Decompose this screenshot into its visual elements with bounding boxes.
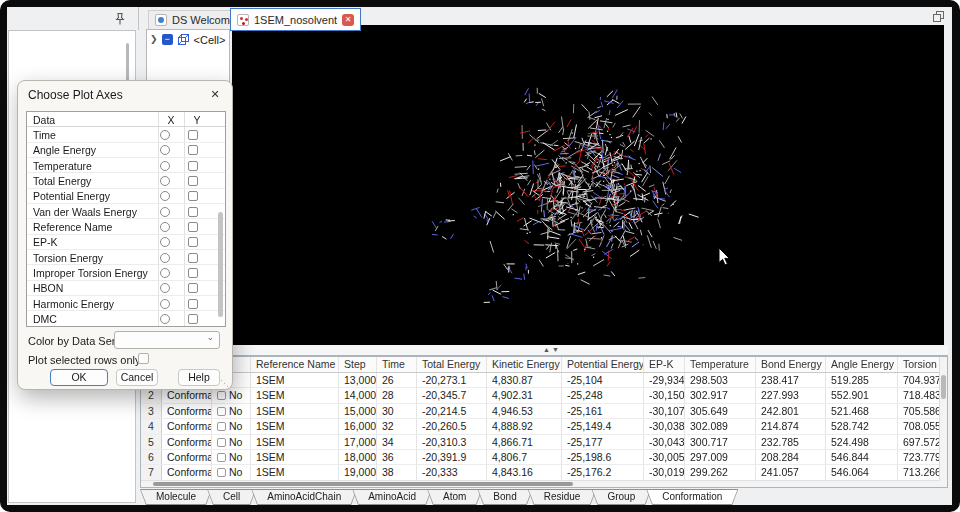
plot-selected-checkbox[interactable]: [138, 353, 149, 364]
plot-axes-row[interactable]: Time: [27, 127, 225, 142]
molecule-3d-viewport[interactable]: [232, 25, 944, 345]
flag-checkbox[interactable]: [217, 453, 226, 462]
table-cell: 4,806.7: [487, 450, 562, 464]
x-axis-radio[interactable]: [160, 161, 170, 171]
table-cell: -20,310.3: [417, 435, 487, 449]
flag-checkbox[interactable]: [217, 391, 226, 400]
sheet-tab-conformation[interactable]: Conformation: [646, 489, 738, 505]
choose-plot-axes-dialog: Choose Plot Axes ✕ Data X Y TimeAngle En…: [17, 80, 233, 390]
tab-1sem-nosolvent[interactable]: 1SEM_nosolvent ✕: [230, 8, 361, 31]
flag-checkbox[interactable]: [217, 422, 226, 431]
table-cell: 546.064: [826, 465, 898, 479]
sheet-tab-atom[interactable]: Atom: [427, 489, 482, 505]
y-axis-checkbox[interactable]: [188, 299, 198, 309]
y-axis-checkbox[interactable]: [188, 191, 198, 201]
table-header-cell: Potential Energy: [562, 357, 644, 372]
y-axis-checkbox[interactable]: [188, 268, 198, 278]
viewport-table-splitter[interactable]: ▲▼: [140, 345, 948, 356]
plot-axes-row[interactable]: Temperature: [27, 158, 225, 173]
dialog-resize-grip[interactable]: ⋱: [220, 378, 229, 388]
table-vscrollbar[interactable]: [939, 357, 947, 487]
dialog-close-icon[interactable]: ✕: [208, 87, 222, 101]
splitter-arrows-icon[interactable]: ▲▼: [543, 346, 561, 353]
tree-item-cell[interactable]: ❯ − <Cell>: [147, 30, 229, 46]
x-axis-radio[interactable]: [160, 145, 170, 155]
float-window-icon[interactable]: [932, 10, 945, 23]
x-axis-radio[interactable]: [160, 207, 170, 217]
table-hscrollbar[interactable]: [141, 480, 940, 487]
flag-checkbox[interactable]: [217, 438, 226, 447]
table-row[interactable]: 1SEM13,00026-20,273.14,830.87-25,104-29,…: [141, 373, 940, 388]
y-axis-checkbox[interactable]: [188, 237, 198, 247]
plot-axes-row[interactable]: Torsion Energy: [27, 250, 225, 265]
x-axis-radio[interactable]: [160, 268, 170, 278]
x-axis-radio[interactable]: [160, 237, 170, 247]
y-axis-checkbox[interactable]: [188, 207, 198, 217]
table-cell: 302.089: [685, 419, 756, 433]
table-vscroll-thumb[interactable]: [941, 375, 946, 399]
plot-selected-label: Plot selected rows only: [28, 354, 141, 366]
plot-axes-row[interactable]: Angle Energy: [27, 143, 225, 158]
y-axis-checkbox[interactable]: [188, 253, 198, 263]
plot-axes-row[interactable]: Harmonic Energy: [27, 296, 225, 311]
plot-axes-row[interactable]: DMC: [27, 311, 225, 326]
table-row[interactable]: 5Conforma...No1SEM17,00034-20,310.34,866…: [141, 435, 940, 450]
table-row[interactable]: 2Conforma...No1SEM14,00028-20,345.74,902…: [141, 388, 940, 403]
sheet-tab-residue[interactable]: Residue: [528, 489, 597, 505]
x-axis-radio[interactable]: [160, 299, 170, 309]
sheet-tab-molecule[interactable]: Molecule: [140, 489, 212, 505]
x-axis-radio[interactable]: [160, 176, 170, 186]
color-by-dropdown[interactable]: ⌄: [114, 331, 220, 349]
table-hscroll-thumb[interactable]: [153, 482, 573, 486]
flag-checkbox[interactable]: [217, 468, 226, 477]
plot-axes-row[interactable]: Van der Waals Energy: [27, 204, 225, 219]
axis-row-label: EP-K: [33, 236, 58, 248]
list-scrollbar-thumb[interactable]: [218, 212, 223, 317]
table-row[interactable]: 7Conforma...No1SEM19,00038-20,3334,843.1…: [141, 465, 940, 480]
table-cell: -25,177: [562, 435, 644, 449]
y-axis-checkbox[interactable]: [188, 283, 198, 293]
y-axis-checkbox[interactable]: [188, 145, 198, 155]
axis-row-label: Potential Energy: [33, 190, 110, 202]
y-axis-checkbox[interactable]: [188, 314, 198, 324]
table-header-cell: Step: [339, 357, 377, 372]
x-axis-radio[interactable]: [160, 222, 170, 232]
table-row[interactable]: 4Conforma...No1SEM16,00032-20,260.54,888…: [141, 419, 940, 434]
cancel-button[interactable]: Cancel: [116, 369, 158, 386]
y-axis-checkbox[interactable]: [188, 222, 198, 232]
plot-axes-row[interactable]: HBON: [27, 281, 225, 296]
pin-icon[interactable]: [113, 12, 127, 26]
expand-chevron-icon[interactable]: ❯: [150, 35, 158, 44]
y-axis-checkbox[interactable]: [188, 161, 198, 171]
row-name-cell: Conforma...: [162, 404, 212, 418]
plot-axes-row[interactable]: EP-K: [27, 235, 225, 250]
plot-axes-row[interactable]: Improper Torsion Energy: [27, 265, 225, 280]
plot-axes-row[interactable]: Potential Energy: [27, 189, 225, 204]
table-cell: -29,934.9: [644, 373, 685, 387]
sheet-tab-aminoacidchain[interactable]: AminoAcidChain: [251, 489, 357, 505]
flag-checkbox[interactable]: [217, 407, 226, 416]
tab-close-icon[interactable]: ✕: [342, 14, 354, 26]
help-button[interactable]: Help: [178, 369, 220, 386]
visibility-checkbox[interactable]: −: [162, 34, 173, 45]
y-axis-checkbox[interactable]: [188, 130, 198, 140]
x-axis-radio[interactable]: [160, 191, 170, 201]
sheet-tab-group[interactable]: Group: [591, 489, 651, 505]
sheet-tab-aminoacid[interactable]: AminoAcid: [352, 489, 432, 505]
plot-axes-row[interactable]: Reference Name: [27, 219, 225, 234]
col-header-x: X: [158, 114, 184, 126]
table-header-cell: Bond Energy: [756, 357, 826, 372]
y-axis-checkbox[interactable]: [188, 176, 198, 186]
table-row[interactable]: 3Conforma...No1SEM15,00030-20,214.54,946…: [141, 404, 940, 419]
sheet-tab-bond[interactable]: Bond: [477, 489, 532, 505]
table-header-cell: Temperature: [685, 357, 756, 372]
plot-axes-row[interactable]: Total Energy: [27, 173, 225, 188]
x-axis-radio[interactable]: [160, 283, 170, 293]
x-axis-radio[interactable]: [160, 253, 170, 263]
ok-button[interactable]: OK: [50, 369, 108, 386]
sheet-tab-cell[interactable]: Cell: [207, 489, 256, 505]
x-axis-radio[interactable]: [160, 314, 170, 324]
x-axis-radio[interactable]: [160, 130, 170, 140]
table-row[interactable]: 6Conforma...No1SEM18,00036-20,391.94,806…: [141, 450, 940, 465]
table-cell: 227.993: [756, 388, 826, 402]
